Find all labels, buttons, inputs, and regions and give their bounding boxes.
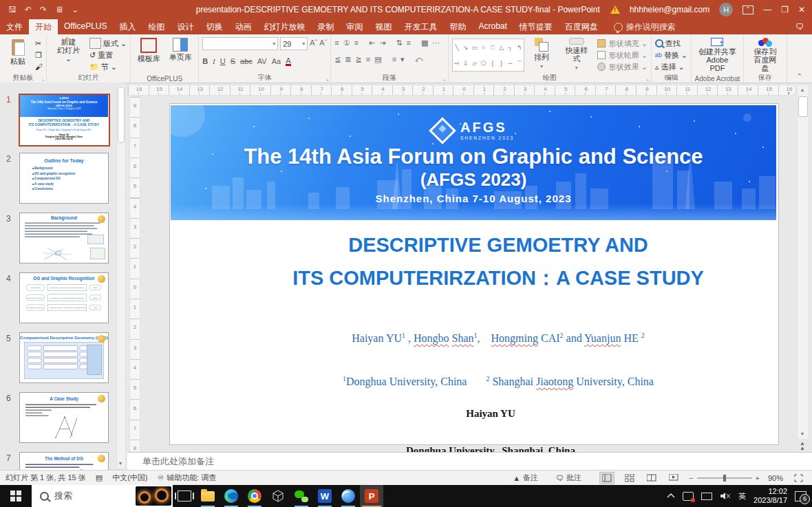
reading-view-button[interactable] (645, 473, 659, 484)
shape-glyph-icon[interactable]: ⇩ (463, 60, 469, 67)
customize-qat-icon[interactable]: ⌄ (72, 5, 78, 14)
shape-glyph-icon[interactable]: ↘ (463, 44, 469, 51)
tab-设计[interactable]: 设计 (171, 19, 200, 34)
undo-icon[interactable]: ↶ (25, 5, 32, 14)
ime-indicator[interactable]: 英 (738, 491, 746, 501)
zoom-slider[interactable]: − + (689, 474, 760, 482)
file-explorer-app[interactable] (196, 485, 220, 507)
section-button[interactable]: 📁节 ⌄ (89, 61, 127, 72)
font-format-S[interactable]: S (231, 57, 235, 65)
slide-thumbnail-4[interactable]: DG and Graphic RecognitionView transform… (19, 272, 109, 323)
tell-me-search[interactable]: 操作说明搜索 (604, 19, 676, 34)
save-to-baidu-button[interactable]: 保存到百度网盘 (747, 36, 783, 74)
recording-tray-icon[interactable] (683, 492, 694, 501)
font-format-U[interactable]: U (220, 57, 226, 65)
slide-thumbnail-7[interactable]: The Method of DG (19, 452, 109, 470)
minimize-button[interactable]: — (763, 5, 771, 14)
cut-button[interactable]: ✂ (35, 38, 43, 49)
slide-thumbnail-1[interactable]: ◆ AFGSThe 14th Asia Forum on Graphic and… (19, 94, 110, 147)
redo-icon[interactable]: ↷ (40, 5, 47, 14)
normal-view-button[interactable] (599, 472, 615, 484)
shape-glyph-icon[interactable]: { (491, 60, 493, 67)
zoom-in-icon[interactable]: + (756, 474, 760, 482)
tab-动画[interactable]: 动画 (228, 19, 257, 34)
shape-glyph-icon[interactable]: ⇨ (454, 60, 460, 67)
account-email[interactable]: hhhhelen@gmail.com (630, 5, 709, 14)
slide-thumbnail-3[interactable]: Background (19, 213, 109, 263)
muted-speaker-icon[interactable] (720, 492, 731, 500)
warning-icon[interactable] (610, 6, 620, 14)
shape-glyph-icon[interactable]: ⌒ (516, 60, 522, 67)
conference-banner-image[interactable]: AFGS SHENZHEN 2023 The 14th Asia Forum o… (171, 105, 776, 220)
reset-button[interactable]: ↺重置 (89, 50, 127, 61)
shape-glyph-icon[interactable]: ▭ (472, 44, 478, 51)
shape-glyph-icon[interactable]: ↰ (517, 44, 522, 51)
shape-glyph-icon[interactable]: } (500, 60, 502, 67)
tab-情节提要[interactable]: 情节提要 (513, 19, 559, 34)
tab-视图[interactable]: 视图 (369, 19, 398, 34)
format-painter-button[interactable]: 🖌 (35, 61, 43, 72)
search-promo-image[interactable] (136, 486, 171, 506)
find-button[interactable]: 查找 (655, 38, 687, 49)
template-library-button[interactable]: 模板库 (134, 36, 163, 74)
slide-thumbnail-2[interactable]: Outline for Today■ Background■ DG and gr… (19, 153, 109, 204)
paragraph-dialog-launcher[interactable]: ⌞ (444, 76, 447, 82)
quick-styles-button[interactable]: 快速样式▾ (559, 36, 595, 74)
paragraph-row2-icons[interactable]: ≦≣≧≡▤ ≡▾ ⤺ (334, 55, 444, 64)
clipboard-dialog-launcher[interactable]: ⌞ (42, 76, 45, 82)
replace-button[interactable]: ab替换 ⌄ (655, 50, 687, 61)
edge-app[interactable] (220, 485, 243, 507)
paragraph-row1-icons[interactable]: ≡①≡ ⇤⇥ ⇅≡ ▩⋯ (334, 39, 444, 47)
font-format-B[interactable]: B (202, 57, 208, 65)
ribbon-display-options-icon[interactable]: ⌃ (742, 6, 754, 14)
tab-OfficePLUS[interactable]: OfficePLUS (58, 19, 113, 34)
swirl-app[interactable] (336, 485, 360, 507)
zoom-percentage[interactable]: 90% (768, 474, 783, 482)
mixed-reality-app[interactable] (266, 485, 290, 507)
chrome-app[interactable] (243, 485, 266, 507)
previous-slide-button[interactable]: ▲▲ (797, 441, 808, 451)
word-app[interactable]: W (313, 485, 336, 507)
font-size-combo[interactable]: 29▾ (280, 37, 308, 50)
feedback-comment-icon[interactable]: 🗨 (795, 22, 804, 32)
tab-百度网盘[interactable]: 百度网盘 (559, 19, 604, 34)
tab-录制[interactable]: 录制 (311, 19, 340, 34)
thumbnail-scrollbar[interactable]: ▼ (116, 85, 126, 469)
font-format-Aa[interactable]: Aa (272, 57, 281, 65)
font-format-AV[interactable]: AV (257, 57, 267, 65)
taskbar-search-input[interactable]: 搜索 (32, 485, 173, 507)
grow-font-icon[interactable]: Aˆ (310, 39, 317, 50)
tab-文件[interactable]: 文件 (0, 19, 29, 34)
start-button[interactable] (0, 485, 32, 507)
arrange-button[interactable]: 排列▾ (527, 36, 556, 74)
scroll-up-icon[interactable]: ▲ (798, 85, 807, 95)
font-format-I[interactable]: I (213, 57, 215, 65)
wechat-app[interactable] (290, 485, 313, 507)
shape-outline-button[interactable]: 形状轮廓 ⌄ (597, 50, 648, 61)
shape-glyph-icon[interactable]: ▱ (472, 60, 477, 67)
shape-effects-button[interactable]: 形状效果 ⌄ (597, 61, 648, 72)
layout-button[interactable]: 版式 ⌄ (89, 38, 127, 49)
tab-插入[interactable]: 插入 (113, 19, 142, 34)
scroll-down-icon[interactable]: ▼ (798, 429, 807, 439)
drawing-dialog-launcher[interactable]: ⌞ (647, 76, 650, 82)
task-view-button[interactable] (173, 485, 196, 507)
slide-canvas[interactable]: AFGS SHENZHEN 2023 The 14th Asia Forum o… (169, 103, 779, 445)
thumbnail-scroll-down-icon[interactable]: ▼ (117, 459, 124, 468)
copy-button[interactable]: ❐ (35, 50, 43, 61)
tab-幻灯片放映[interactable]: 幻灯片放映 (257, 19, 311, 34)
paste-button[interactable]: 粘贴 (3, 36, 32, 74)
collapse-ribbon-icon[interactable]: ⌃ (787, 72, 812, 83)
shape-glyph-icon[interactable]: ○ (482, 44, 485, 51)
shrink-font-icon[interactable]: Aˇ (319, 39, 327, 50)
shape-glyph-icon[interactable]: ∼ (508, 60, 513, 67)
zoom-out-icon[interactable]: − (689, 474, 693, 482)
tray-chevron-icon[interactable] (667, 493, 675, 499)
restore-button[interactable]: ❐ (781, 5, 789, 14)
tab-开发工具[interactable]: 开发工具 (398, 19, 443, 34)
shapes-gallery[interactable]: ╲↘▭○□△┐↰⇨⇩▱⬠{}∼⌒ (452, 39, 524, 72)
font-name-combo[interactable]: ▾ (202, 37, 278, 50)
shape-glyph-icon[interactable]: □ (491, 44, 494, 51)
notes-page-icon[interactable]: ▤ (96, 473, 103, 482)
clock[interactable]: 12:02 2023/8/17 (754, 487, 787, 505)
